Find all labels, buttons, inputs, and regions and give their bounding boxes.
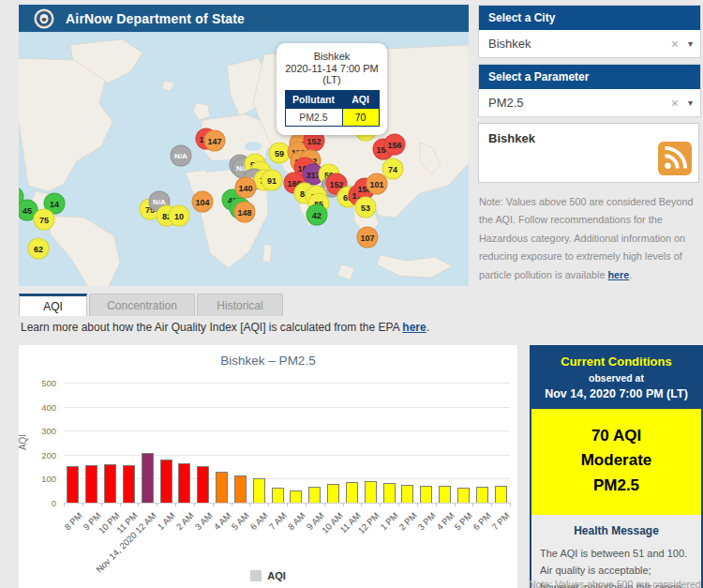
xtick-label: 1 AM <box>156 510 177 532</box>
parameter-select[interactable]: PM2.5 × ▾ <box>479 89 700 116</box>
map-marker[interactable]: 140 <box>235 177 257 199</box>
map-marker[interactable]: 53 <box>355 197 377 219</box>
ytick-label: 400 <box>19 402 56 413</box>
app-header: AirNow Department of State <box>19 5 469 32</box>
chart-bar <box>197 466 209 503</box>
chart-bar <box>457 488 470 503</box>
tab-aqi[interactable]: AQI <box>19 294 87 316</box>
select-city-header: Select a City <box>479 6 700 30</box>
xtick-mark <box>82 503 83 506</box>
xtick-label: 8 PM <box>62 510 83 532</box>
chart-bar <box>346 482 358 503</box>
map-marker[interactable]: 62 <box>28 238 50 260</box>
clear-icon[interactable]: × <box>671 96 679 111</box>
chart-bar <box>327 484 339 503</box>
xtick-mark <box>64 503 65 506</box>
xtick-label: 6 AM <box>248 510 270 532</box>
chart-bar <box>439 486 451 503</box>
state-department-seal-icon <box>34 8 54 29</box>
parameter-select-value: PM2.5 <box>488 96 671 110</box>
chevron-down-icon[interactable]: ▾ <box>688 98 693 108</box>
map-marker[interactable]: 74 <box>382 158 404 180</box>
rss-icon[interactable] <box>658 142 692 175</box>
city-select-value: Bishkek <box>488 37 671 51</box>
chart-bar <box>123 465 135 503</box>
map-marker[interactable]: 91 <box>262 170 283 191</box>
tab-bar: AQI Concentration Historical <box>19 294 283 316</box>
current-conditions-panel: Current Conditions observed at Nov 14, 2… <box>530 345 703 588</box>
map-marker[interactable]: 147 <box>204 130 226 152</box>
ytick-label: 100 <box>19 474 56 484</box>
legend-label: AQI <box>267 570 286 581</box>
popup-col-pollutant: Pollutant <box>285 91 342 109</box>
map-marker[interactable]: 75 <box>34 209 55 231</box>
xtick-mark <box>398 503 399 506</box>
map-marker[interactable]: 148 <box>234 202 256 223</box>
aqi-chart: Bishkek – PM2.5 AQI 0100200300400500 8 P… <box>19 345 517 588</box>
chevron-down-icon[interactable]: ▾ <box>688 38 693 49</box>
chart-bar <box>495 486 507 503</box>
chart-bar <box>401 485 413 503</box>
tab-historical[interactable]: Historical <box>197 294 283 316</box>
learn-more-link[interactable]: here <box>402 321 426 334</box>
xtick-label: 5 PM <box>453 510 474 532</box>
xtick-label: 8 AM <box>286 510 307 532</box>
ytick-label: 300 <box>19 426 56 436</box>
chart-bar <box>365 481 377 503</box>
xtick-label: 2 AM <box>174 510 196 532</box>
conditions-aqi-pollutant: PM2.5 <box>537 474 696 498</box>
map-marker[interactable]: 104 <box>192 191 214 213</box>
health-message-title: Health Message <box>540 524 693 537</box>
city-select[interactable]: Bishkek × ▾ <box>479 30 700 57</box>
xtick-label: 3 AM <box>192 510 214 532</box>
xtick-mark <box>249 503 250 506</box>
gridline <box>64 383 510 384</box>
world-map[interactable]: 4514756275N/A8210104152147N/AN/A4314148N… <box>19 32 469 286</box>
map-marker[interactable]: 42 <box>307 204 328 226</box>
chart-bar <box>234 475 247 503</box>
xtick-mark <box>232 503 232 506</box>
xtick-mark <box>138 503 139 506</box>
ytick-label: 200 <box>19 450 56 460</box>
page: AirNow Department of State <box>0 0 703 588</box>
xtick-label: 7 AM <box>267 510 289 532</box>
popup-col-aqi: AQI <box>342 91 379 109</box>
sidebar-note-before: Note: Values above 500 are considered Be… <box>479 196 694 280</box>
sidebar-note: Note: Values above 500 are considered Be… <box>479 193 697 284</box>
popup-timezone: (LT) <box>280 74 383 85</box>
legend-swatch <box>250 570 262 581</box>
chart-ytick-labels: 0100200300400500 <box>19 383 56 503</box>
ytick-label: 0 <box>19 498 56 508</box>
learn-more-text: Learn more about how the Air Quality Ind… <box>21 321 429 334</box>
select-city-panel: Select a City Bishkek × ▾ <box>478 5 701 58</box>
learn-more-after: . <box>426 321 429 334</box>
sidebar-note-link[interactable]: here <box>607 269 629 280</box>
xtick-mark <box>343 503 344 506</box>
xtick-mark <box>436 503 437 506</box>
xtick-label: 6 PM <box>471 510 493 532</box>
chart-bar <box>476 487 488 503</box>
xtick-mark <box>324 503 325 506</box>
bottom-note-cutoff: Note: Values above 500 are considered Be… <box>529 579 703 588</box>
conditions-observed: observed at <box>537 372 696 384</box>
chart-bar <box>420 486 432 503</box>
tab-concentration[interactable]: Concentration <box>89 294 195 316</box>
learn-more-before: Learn more about how the Air Quality Ind… <box>21 321 402 334</box>
xtick-mark <box>380 503 381 506</box>
rss-city-label: Bishkek <box>488 131 535 145</box>
chart-bar <box>67 466 79 503</box>
map-marker[interactable]: N/A <box>171 145 192 167</box>
map-marker[interactable]: 156 <box>384 134 406 156</box>
xtick-mark <box>268 503 269 506</box>
map-marker[interactable]: 107 <box>357 227 379 249</box>
xtick-mark <box>194 503 195 506</box>
chart-bar <box>308 487 321 503</box>
xtick-mark <box>306 503 307 506</box>
xtick-mark <box>175 503 176 506</box>
map-marker[interactable]: 10 <box>169 205 190 227</box>
chart-bar <box>85 465 97 503</box>
xtick-mark <box>157 503 157 506</box>
clear-icon[interactable]: × <box>671 37 679 52</box>
xtick-label: 4 PM <box>434 510 456 532</box>
chart-bar <box>178 463 190 503</box>
